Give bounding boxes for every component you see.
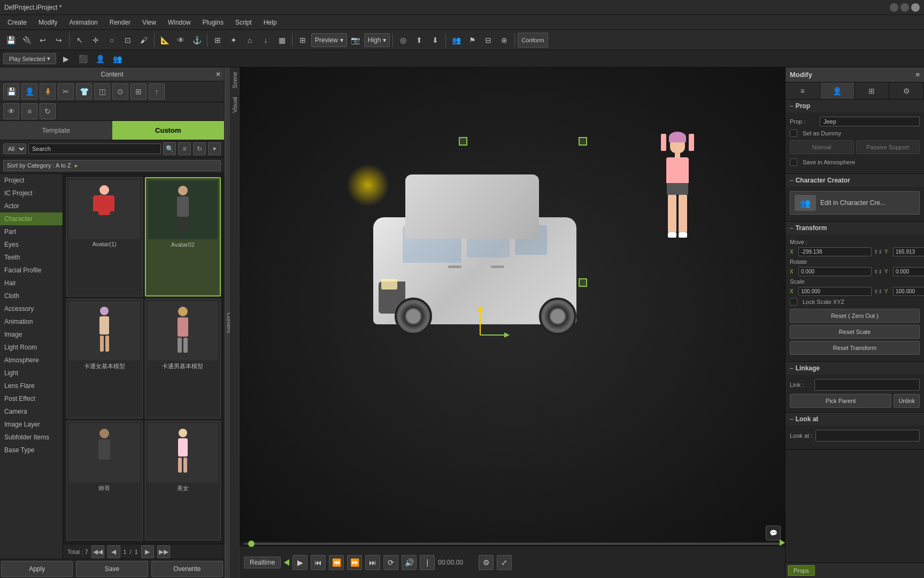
rp-tab-grid[interactable]: ⊞ [855,82,890,99]
apply-button[interactable]: Apply [1,561,73,577]
rotate-tool-icon[interactable]: ○ [104,33,119,48]
anchor-icon[interactable]: ⚓ [189,33,204,48]
cat-icon-person[interactable]: 👤 [21,83,37,100]
prop-section-header[interactable]: – Prop [786,100,924,112]
last-page-btn[interactable]: ▶▶ [157,545,170,558]
cat-cloth[interactable]: Cloth [0,290,63,302]
menu-window[interactable]: Window [163,17,196,28]
stop-icon[interactable]: ⬛ [75,51,90,66]
play-icon[interactable]: ▶ [58,51,73,66]
undo-icon[interactable]: ↩ [35,33,50,48]
export-icon[interactable]: ⬆ [412,33,427,48]
template-tab[interactable]: Template [0,121,112,140]
cat-icon-bone[interactable]: ⊞ [130,83,147,100]
cat-eyes[interactable]: Eyes [0,238,63,251]
cat-image-layer[interactable]: Image Layer [0,418,63,431]
cat-icon-body[interactable]: 🧍 [40,83,56,100]
eye-icon[interactable]: 👁 [173,33,188,48]
cat-lens-flare[interactable]: Lens Flare [0,379,63,392]
import-icon[interactable]: ⬇ [428,33,443,48]
forward-button[interactable]: ⏩ [347,555,362,570]
cat-project[interactable]: Project [0,174,63,187]
aim-icon[interactable]: ⊕ [497,33,512,48]
main-viewport[interactable]: 💬 Realtime [240,67,785,578]
paint-tool-icon[interactable]: 🖌 [136,33,151,48]
save-atmosphere-checkbox[interactable] [790,158,797,166]
cat-image[interactable]: Image [0,328,63,341]
conform-icon[interactable]: Conform [518,33,548,48]
redo-icon[interactable]: ↪ [51,33,66,48]
grid-item-3[interactable]: 卡通女基本模型 [66,299,143,419]
sort-dropdown[interactable]: Sort by Category : A to Z ▸ [3,160,221,171]
filter-button[interactable]: ≡ [178,142,191,155]
prop-value-input[interactable]: Jeep [820,117,920,126]
timeline-slider[interactable] [244,543,781,545]
reset-zero-button[interactable]: Reset ( Zero Out ) [790,309,920,323]
prev-button[interactable]: ⏮ [311,555,326,570]
cat-animation[interactable]: Animation [0,315,63,328]
move-x-input[interactable] [798,247,872,256]
sparkle-icon[interactable]: ✦ [226,33,241,48]
scale-y-input[interactable] [893,287,924,296]
play-selected-button[interactable]: Play Selected ▾ [3,53,56,64]
person2-icon[interactable]: 👥 [110,51,125,66]
cat-icon-morph[interactable]: ⊙ [112,83,128,100]
look-at-section-header[interactable]: – Look at [786,413,924,425]
expand-timeline-button[interactable]: ⤢ [497,555,512,570]
grid-item-5[interactable]: 帅哥 [66,421,143,541]
next-page-btn[interactable]: ▶ [141,545,154,558]
save-button[interactable]: Save [76,561,148,577]
first-page-btn[interactable]: ◀◀ [91,545,104,558]
chat-icon[interactable]: 💬 [766,526,781,541]
scale-tool-icon[interactable]: ⊡ [120,33,135,48]
person-icon[interactable]: 👤 [93,51,107,66]
menu-modify[interactable]: Modify [33,17,63,28]
minimize-button[interactable] [890,3,898,12]
select-tool-icon[interactable]: ↖ [72,33,87,48]
menu-view[interactable]: View [137,17,161,28]
cat-atmosphere[interactable]: Atmosphere [0,354,63,367]
cat-teeth[interactable]: Teeth [0,251,63,264]
passive-support-button[interactable]: Passive Support [856,140,920,154]
grid2-icon[interactable]: ⊟ [481,33,496,48]
menu-plugins[interactable]: Plugins [197,17,229,28]
cat-actor[interactable]: Actor [0,200,63,212]
loop-button[interactable]: ⟳ [383,555,398,570]
rot-y-input[interactable] [893,267,924,276]
grid-icon[interactable]: ⊞ [295,33,310,48]
rewind-button[interactable]: ⏪ [329,555,344,570]
flag-icon[interactable]: ⚑ [465,33,480,48]
cat-icon-arrow-up[interactable]: ↑ [149,83,165,100]
preview-dropdown[interactable]: Jeep Preview ▾ [311,33,347,47]
move-tool-icon[interactable]: ✛ [88,33,103,48]
custom-tab[interactable]: Custom [112,121,225,140]
save-usb-icon[interactable]: 🔌 [19,33,34,48]
rp-tab-list[interactable]: ≡ [786,82,820,99]
scale-x-input[interactable] [798,287,872,296]
cat-accessory[interactable]: Accessory [0,302,63,315]
menu-render[interactable]: Render [104,17,136,28]
menu-help[interactable]: Help [258,17,282,28]
menu-animation[interactable]: Animation [64,17,103,28]
cat-base-type[interactable]: Base Type [0,444,63,457]
quality-dropdown[interactable]: High ▾ [364,33,390,47]
cat-camera[interactable]: Camera [0,405,63,418]
visual-tab[interactable]: Visual [230,93,239,117]
settings-button[interactable]: ⚙ [479,555,494,570]
grid-item-1[interactable]: Avatar(1) [66,177,143,296]
rot-x-input[interactable] [798,267,872,276]
scene-tab[interactable]: Scene [230,67,239,93]
home-icon[interactable]: ⌂ [242,33,257,48]
iclone-icon[interactable]: ◎ [396,33,411,48]
content-close-button[interactable]: ✕ [215,71,221,78]
play-button[interactable]: ▶ [292,555,307,570]
menu-create[interactable]: Create [2,17,32,28]
search-button[interactable]: 🔍 [163,142,176,155]
cat-part[interactable]: Part [0,225,63,238]
move-y-input[interactable] [893,247,924,256]
props-tab[interactable]: Props [788,565,815,576]
expand-button[interactable]: ▾ [208,142,221,155]
down-icon[interactable]: ↓ [258,33,273,48]
cat-light-room[interactable]: Light Room [0,341,63,354]
reset-scale-button[interactable]: Reset Scale [790,325,920,339]
